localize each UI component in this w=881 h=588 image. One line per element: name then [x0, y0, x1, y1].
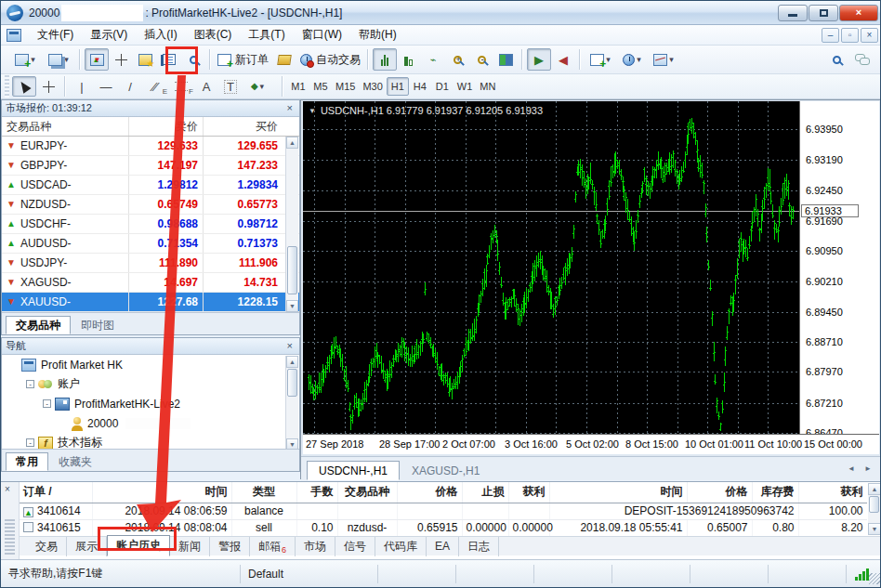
menu-item-帮助(H)[interactable]: 帮助(H): [350, 25, 405, 45]
text-label-tool-button[interactable]: T: [218, 76, 243, 97]
child-close-button[interactable]: ×: [861, 28, 878, 43]
bar-chart-type-button[interactable]: [373, 48, 397, 71]
periods-button[interactable]: ▾: [616, 48, 648, 71]
text-tool-button[interactable]: A: [194, 76, 218, 97]
indicators-button[interactable]: +▾: [585, 48, 616, 71]
metaeditor-button[interactable]: [271, 48, 297, 71]
terminal-column-时间[interactable]: 时间: [549, 482, 687, 503]
tree-item-Profit Market HK[interactable]: Profit Market HK: [2, 355, 299, 374]
timeframe-H1[interactable]: H1: [387, 77, 409, 96]
search-button[interactable]: [824, 48, 848, 71]
tab-scroll-right-icon[interactable]: ►: [861, 462, 875, 477]
terminal-column-手数[interactable]: 手数: [296, 482, 337, 503]
market-watch-row-GBPJPY-[interactable]: ▼GBPJPY-147.197147.233: [2, 156, 299, 176]
fibonacci-tool-button[interactable]: F: [168, 76, 194, 97]
timeframe-M5[interactable]: M5: [309, 77, 332, 96]
vertical-line-tool-button[interactable]: |: [70, 76, 94, 97]
navigator-toggle-button[interactable]: ★: [133, 48, 157, 71]
terminal-tab-日志[interactable]: 日志: [459, 537, 499, 556]
autotrading-button[interactable]: 自动交易: [297, 48, 363, 71]
timeframe-D1[interactable]: D1: [431, 77, 454, 96]
tree-expander-icon[interactable]: -: [43, 399, 51, 408]
terminal-tab-信号[interactable]: 信号: [335, 537, 375, 556]
crosshair-tool-button[interactable]: [36, 76, 60, 97]
table-row[interactable]: ▲34106142018.09.14 08:06:59balanceDEPOSI…: [20, 503, 867, 519]
terminal-tab-市场[interactable]: 市场: [296, 537, 335, 556]
time-axis[interactable]: 27 Sep 201828 Sep 17:002 Oct 07:003 Oct …: [303, 434, 879, 454]
resize-grip[interactable]: [869, 573, 880, 584]
timeframe-M15[interactable]: M15: [332, 77, 359, 96]
terminal-column-价格[interactable]: 价格: [397, 482, 462, 503]
minimize-button[interactable]: [778, 5, 808, 21]
maximize-button[interactable]: [809, 5, 838, 21]
market-watch-row-AUDUSD-[interactable]: ▲AUDUSD-0.713540.71373: [2, 234, 299, 254]
market-watch-scrollbar[interactable]: ▲ ▼: [285, 137, 298, 312]
terminal-tab-交易[interactable]: 交易: [27, 537, 67, 556]
terminal-tab-邮箱[interactable]: 邮箱6: [250, 537, 296, 556]
terminal-column-订单[interactable]: 订单 /: [20, 482, 92, 503]
terminal-column-价格[interactable]: 价格: [687, 482, 752, 503]
tree-expander-icon[interactable]: -: [26, 380, 34, 388]
tab-scroll-left-icon[interactable]: ◄: [844, 462, 859, 477]
scroll-up-icon[interactable]: ▲: [868, 483, 881, 495]
column-symbol[interactable]: 交易品种: [2, 117, 129, 136]
terminal-tab-警报[interactable]: 警报: [210, 537, 250, 556]
terminal-grip[interactable]: [5, 519, 15, 555]
terminal-toggle-button[interactable]: [157, 48, 181, 71]
arrows-tool-button[interactable]: ◆▾: [243, 76, 272, 97]
terminal-column-时间[interactable]: 时间: [92, 482, 231, 503]
terminal-tab-新闻[interactable]: 新闻: [170, 537, 210, 556]
market-watch-row-USDCAD-[interactable]: ▲USDCAD-1.298121.29834: [2, 176, 299, 195]
new-chart-button[interactable]: +▾: [8, 48, 42, 71]
terminal-column-交易品种[interactable]: 交易品种: [337, 482, 397, 503]
terminal-tab-代码库[interactable]: 代码库: [375, 537, 427, 556]
chart-area[interactable]: ▼ USDCNH-,H1 6.91779 6.91937 6.91205 6.9…: [303, 101, 799, 434]
market-watch-row-EURJPY-[interactable]: ▼EURJPY-129.633129.655: [2, 137, 299, 156]
menu-item-图表(C)[interactable]: 图表(C): [186, 25, 241, 45]
market-watch-titlebar[interactable]: 市场报价: 01:39:12 ×: [2, 100, 299, 117]
tab-交易品种[interactable]: 交易品种: [6, 316, 71, 334]
tree-expander-icon[interactable]: -: [26, 438, 34, 447]
menu-item-插入(I)[interactable]: 插入(I): [136, 25, 185, 45]
tab-即时图[interactable]: 即时图: [71, 316, 125, 334]
status-profile[interactable]: Default: [241, 565, 378, 583]
menu-item-工具(T)[interactable]: 工具(T): [240, 25, 293, 45]
community-chat-button[interactable]: [848, 48, 876, 71]
market-watch-row-XAUUSD-[interactable]: ▼XAUUSD-1227.681228.15: [2, 293, 299, 312]
navigator-titlebar[interactable]: 导航 ×: [2, 338, 299, 355]
terminal-column-获利[interactable]: 获利: [508, 482, 549, 503]
timeframe-MN[interactable]: MN: [476, 77, 499, 96]
strategy-tester-button[interactable]: [181, 48, 205, 71]
terminal-tab-账户历史[interactable]: 账户历史: [107, 535, 170, 556]
scrollbar-thumb[interactable]: [287, 246, 297, 294]
tab-常用[interactable]: 常用: [6, 452, 48, 471]
scroll-up-icon[interactable]: ▲: [286, 356, 298, 368]
zoom-out-button[interactable]: -: [469, 48, 493, 71]
terminal-scrollbar[interactable]: ▲ ▼: [868, 483, 881, 535]
auto-scroll-button[interactable]: ▶: [527, 48, 551, 71]
equidistant-channel-tool-button[interactable]: ∕∕E: [142, 76, 168, 97]
terminal-tab-展示[interactable]: 展示: [67, 537, 107, 556]
cursor-tool-button[interactable]: [12, 76, 36, 97]
terminal-column-类型[interactable]: 类型: [231, 482, 296, 503]
tile-windows-button[interactable]: [493, 48, 518, 71]
market-watch-row-NZDUSD-[interactable]: ▼NZDUSD-0.657490.65773: [2, 195, 299, 215]
scroll-down-icon[interactable]: ▼: [868, 523, 881, 535]
navigator-scrollbar[interactable]: ▲ ▼: [285, 356, 298, 451]
market-watch-row-XAGUSD-[interactable]: ▼XAGUSD-14.69714.731: [2, 273, 299, 293]
terminal-column-库存费[interactable]: 库存费: [752, 482, 798, 503]
market-watch-row-USDJPY-[interactable]: ▼USDJPY-111.890111.906: [2, 254, 299, 273]
menu-item-文件(F)[interactable]: 文件(F): [29, 25, 82, 45]
close-button[interactable]: ×: [839, 5, 878, 21]
scroll-up-icon[interactable]: ▲: [286, 137, 298, 149]
terminal-column-止损[interactable]: 止损: [462, 482, 508, 503]
horizontal-line-tool-button[interactable]: —: [94, 76, 118, 97]
price-axis[interactable]: 6.939506.931906.924506.916906.909506.902…: [799, 101, 879, 434]
profiles-button[interactable]: ▾: [42, 48, 75, 71]
terminal-close-icon[interactable]: ×: [5, 485, 10, 494]
terminal-tab-EA[interactable]: EA: [427, 537, 459, 556]
line-chart-type-button[interactable]: ⌁: [421, 48, 445, 71]
tree-item-ProfitMarketHK-Live2[interactable]: -ProfitMarketHK-Live2: [2, 394, 299, 413]
chart-tab-XAGUSD-,H1[interactable]: XAGUSD-,H1: [400, 461, 492, 480]
scroll-down-icon[interactable]: ▼: [286, 300, 298, 312]
